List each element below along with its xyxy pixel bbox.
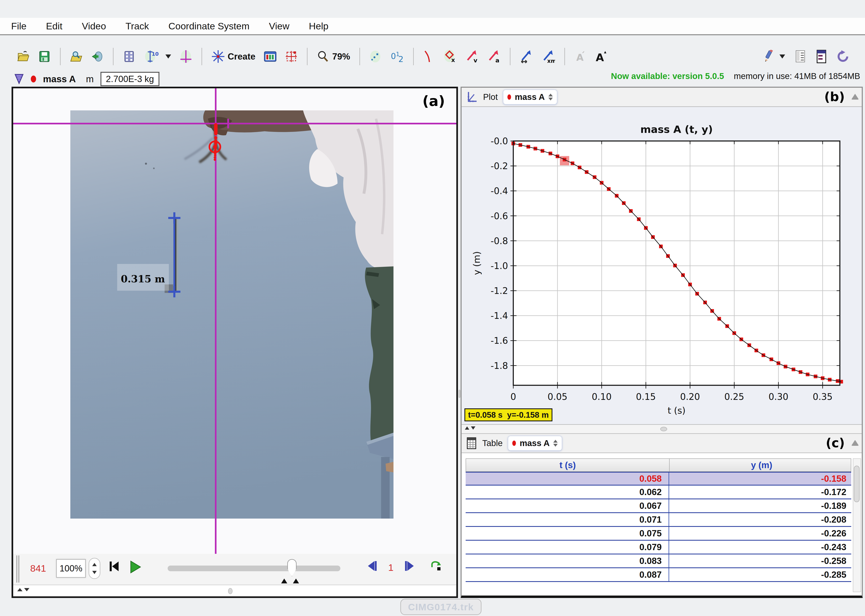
open-file-button[interactable] — [16, 49, 31, 64]
import-data-button[interactable] — [90, 49, 105, 64]
horizontal-splitter[interactable] — [462, 424, 862, 434]
accelerations-button[interactable]: a — [486, 49, 502, 64]
axes-button[interactable] — [178, 49, 194, 64]
velocities-button[interactable]: v — [464, 49, 480, 64]
refresh-button[interactable] — [835, 49, 851, 64]
spinner-down-icon — [92, 571, 97, 574]
font-smaller-button[interactable]: A — [573, 49, 587, 64]
open-library-button[interactable] — [69, 49, 84, 64]
calibration-tools-button[interactable]: 10 — [143, 49, 172, 64]
play-button[interactable] — [129, 560, 142, 575]
table-row[interactable]: 0.083-0.258 — [466, 555, 851, 568]
cell-t[interactable]: 0.075 — [466, 527, 669, 540]
table-track-dropdown[interactable]: mass A — [508, 436, 562, 451]
clip-settings-button[interactable] — [121, 49, 137, 64]
table-row[interactable]: 0.087-0.285 — [466, 568, 851, 582]
file-tab[interactable]: CIMG0174.trk — [400, 599, 481, 615]
notes-button[interactable] — [793, 49, 808, 64]
update-notice[interactable]: Now available: version 5.0.5 — [611, 71, 724, 81]
cell-t[interactable]: 0.079 — [466, 541, 669, 554]
point-labels-button[interactable]: 012 — [389, 49, 405, 64]
positions-button[interactable]: x — [442, 49, 458, 64]
cell-t[interactable]: 0.071 — [466, 513, 669, 526]
plot-collapse-button[interactable] — [852, 94, 859, 99]
cell-y[interactable]: -0.172 — [669, 486, 853, 498]
mass-value-field[interactable]: 2.700E-3 kg — [101, 72, 159, 86]
table-scrollbar[interactable] — [853, 459, 861, 592]
cell-y[interactable]: -0.158 — [669, 473, 853, 485]
menu-item-video[interactable]: Video — [82, 20, 106, 31]
menu-item-edit[interactable]: Edit — [46, 20, 63, 31]
cell-y[interactable]: -0.258 — [669, 555, 853, 567]
player-grip[interactable] — [16, 555, 19, 583]
column-header-t[interactable]: t (s) — [466, 459, 670, 471]
data-tool-button[interactable] — [815, 49, 828, 64]
trace-button[interactable] — [422, 49, 436, 64]
create-button[interactable]: Create — [210, 49, 257, 64]
column-header-y[interactable]: y (m) — [670, 459, 854, 471]
vector-multipliers-button[interactable]: xm — [540, 49, 556, 64]
vector-lengths-button[interactable] — [518, 49, 534, 64]
zoom-button[interactable]: 79% — [316, 49, 351, 64]
table-row[interactable]: 0.062-0.172 — [466, 486, 851, 499]
cell-y[interactable]: -0.208 — [669, 513, 853, 526]
cell-t[interactable]: 0.087 — [466, 568, 669, 581]
cell-y[interactable]: -0.285 — [669, 568, 853, 581]
clip-start-marker[interactable] — [281, 578, 287, 583]
zoom-spinner[interactable] — [88, 558, 100, 579]
font-bigger-button[interactable]: A — [593, 49, 608, 64]
track-name-label[interactable]: mass A — [43, 74, 76, 85]
splitter-down-icon — [471, 426, 475, 430]
strip-collapse-buttons[interactable] — [16, 588, 30, 592]
table-row[interactable]: 0.067-0.189 — [466, 499, 851, 513]
table-row[interactable]: 0.075-0.226 — [466, 527, 851, 541]
menu-item-coordinate-system[interactable]: Coordinate System — [169, 20, 249, 31]
clip-end-marker[interactable] — [293, 578, 299, 583]
cell-y[interactable]: -0.243 — [669, 541, 853, 554]
plot-view-icon[interactable] — [466, 91, 478, 103]
frame-number[interactable]: 841 — [30, 563, 46, 574]
scrollbar-thumb[interactable] — [854, 466, 860, 502]
plot-track-dropdown[interactable]: mass A — [503, 90, 557, 105]
plot-content[interactable]: 00.050.100.150.200.250.300.35-0.0-0.2-0.… — [462, 107, 862, 424]
svg-text:0.20: 0.20 — [680, 391, 700, 402]
cell-y[interactable]: -0.226 — [669, 527, 853, 540]
table-row[interactable]: 0.058-0.158 — [466, 472, 851, 486]
splitter-handle[interactable] — [660, 427, 667, 431]
table-view-icon[interactable] — [466, 437, 477, 449]
video-panel[interactable]: 0.315 m (a) 841 100% — [11, 87, 458, 598]
plot-svg[interactable]: 00.050.100.150.200.250.300.35-0.0-0.2-0.… — [462, 107, 862, 424]
track-color-dot[interactable] — [31, 75, 36, 82]
drawings-button[interactable] — [761, 49, 786, 64]
cell-t[interactable]: 0.083 — [466, 555, 669, 567]
frame-slider[interactable] — [168, 566, 340, 571]
table-row[interactable]: 0.079-0.243 — [466, 541, 851, 555]
menu-item-track[interactable]: Track — [126, 20, 149, 31]
slider-thumb[interactable] — [287, 559, 296, 577]
table-row[interactable]: 0.071-0.208 — [466, 513, 851, 527]
cell-y[interactable]: -0.189 — [669, 499, 853, 512]
cell-t[interactable]: 0.058 — [466, 473, 669, 485]
step-forward-button[interactable] — [404, 560, 415, 573]
go-to-start-button[interactable] — [109, 560, 120, 574]
track-control-triangle-icon[interactable] — [14, 74, 24, 85]
video-zoom-field[interactable]: 100% — [56, 559, 86, 578]
table-collapse-button[interactable] — [852, 440, 859, 445]
track-control-button[interactable] — [263, 50, 278, 63]
strip-handle[interactable] — [228, 588, 233, 594]
menu-item-file[interactable]: File — [11, 20, 27, 31]
video-view[interactable]: 0.315 m — [13, 88, 456, 554]
vertical-splitter[interactable] — [458, 87, 460, 598]
cell-t[interactable]: 0.067 — [466, 499, 669, 512]
menu-item-view[interactable]: View — [269, 20, 290, 31]
save-button[interactable] — [37, 49, 52, 64]
cell-t[interactable]: 0.062 — [466, 486, 669, 498]
loop-button[interactable] — [429, 559, 442, 573]
splitter-handle[interactable] — [458, 390, 460, 398]
splitter-collapse-buttons[interactable] — [465, 426, 475, 430]
trails-button[interactable] — [368, 49, 383, 64]
step-back-button[interactable] — [366, 560, 378, 573]
step-size-label[interactable]: 1 — [388, 562, 394, 573]
autotracker-button[interactable] — [284, 49, 299, 64]
menu-item-help[interactable]: Help — [309, 20, 329, 31]
